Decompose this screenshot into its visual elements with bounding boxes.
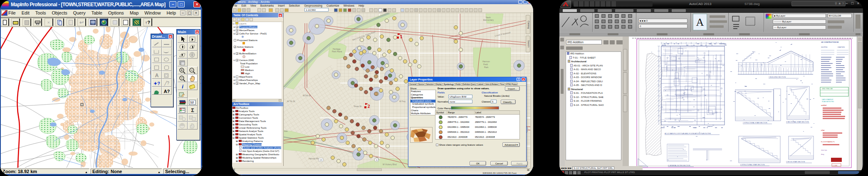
svg-text:FLOOR FRAMING PL: FLOOR FRAMING PL bbox=[821, 141, 835, 143]
svg-text:W 7th St: W 7th St bbox=[287, 100, 295, 103]
svg-text:30: 30 bbox=[376, 159, 378, 161]
svg-text:12: 12 bbox=[190, 100, 194, 104]
svg-text:DATE DRAWN BY: DATE DRAWN BY bbox=[822, 99, 834, 100]
svg-text:SHOPPES: SHOPPES bbox=[821, 46, 827, 48]
svg-text:Texas St: Texas St bbox=[354, 105, 362, 108]
svg-text:Park Plaza: Park Plaza bbox=[332, 50, 342, 53]
svg-text:6 GENERAL NOTES SECTION: 6 GENERAL NOTES SECTION bbox=[668, 165, 690, 166]
svg-text:Elementary: Elementary bbox=[483, 19, 494, 21]
svg-text:W 5th St: W 5th St bbox=[303, 94, 311, 97]
svg-text:199: 199 bbox=[319, 159, 322, 161]
svg-text:sheet tips: sheet tips bbox=[821, 149, 827, 151]
svg-text:2 STRUCTURAL STAIR SECTION: 2 STRUCTURAL STAIR SECTION bbox=[743, 122, 767, 124]
svg-text:SCALE AS NOTED: SCALE AS NOTED bbox=[822, 101, 834, 103]
svg-text:2: 2 bbox=[368, 104, 370, 109]
svg-text:A2-01 MAIN FLOOR PLAN AND FOU: A2-01 MAIN FLOOR PLAN AND FOUNDATION PLA… bbox=[665, 132, 711, 134]
svg-text:?: ? bbox=[181, 76, 183, 80]
svg-text:5 WOOD STAIR SECTION: 5 WOOD STAIR SECTION bbox=[786, 161, 805, 163]
svg-text:W Fwy: W Fwy bbox=[399, 100, 406, 103]
svg-text:DRAFTERS: DRAFTERS bbox=[838, 46, 845, 48]
svg-text:3 SECTIONAL STAIR SECTION: 3 SECTIONAL STAIR SECTION bbox=[786, 121, 809, 123]
svg-text:J41 CONSTRUCTION INC: J41 CONSTRUCTION INC bbox=[821, 42, 839, 43]
svg-text:untitled: untitled bbox=[821, 105, 826, 106]
svg-text:Field: Field bbox=[483, 63, 488, 66]
svg-text:Harrold Pky: Harrold Pky bbox=[309, 157, 320, 160]
svg-text:1: 1 bbox=[400, 34, 403, 39]
svg-text:W Vickery Blvd: W Vickery Blvd bbox=[383, 163, 397, 166]
svg-text:drwg: drwg bbox=[821, 154, 824, 155]
svg-text:1 BUILDING SECTION: 1 BUILDING SECTION bbox=[769, 76, 786, 78]
svg-text:a bar: a bar bbox=[821, 130, 825, 131]
svg-text:C-104: C-104 bbox=[833, 164, 838, 166]
svg-text:4 STRUCTURAL STAIR SECTION: 4 STRUCTURAL STAIR SECTION bbox=[740, 164, 765, 166]
svg-text:Park: Park bbox=[484, 66, 489, 68]
svg-text:GRID TRIM LINE: GRID TRIM LINE bbox=[822, 88, 833, 90]
svg-text:Harmon: Harmon bbox=[482, 60, 490, 63]
